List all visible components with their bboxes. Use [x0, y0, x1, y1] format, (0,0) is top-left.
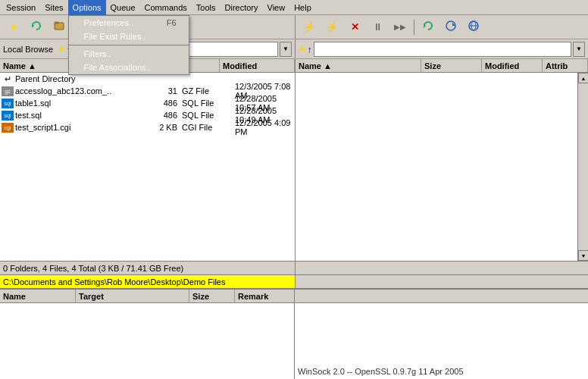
menubar: Session Sites Options Preferences.. F6 F… [0, 0, 588, 15]
queue-right-header [295, 290, 588, 302]
file-size-2: 486 [136, 111, 182, 120]
dropdown-file-associations[interactable]: File Associations.. [69, 61, 189, 74]
right-header-attrib[interactable]: Attrib [543, 59, 588, 72]
dropdown-filters[interactable]: Filters.. [69, 47, 189, 61]
dropdown-separator [69, 45, 189, 45]
right-header-name[interactable]: Name ▲ [296, 59, 421, 72]
queue-col-remark: Remark [235, 290, 271, 302]
left-file-panel: Name ▲ Size Type Modified ↵ Parent Direc… [0, 59, 296, 288]
queue-right-body: WinSock 2.0 -- OpenSSL 0.9.7g 11 Apr 200… [295, 303, 588, 379]
address-right-input[interactable] [314, 42, 572, 57]
x-icon: ✕ [351, 21, 359, 33]
file-size-0: 31 [136, 86, 182, 96]
queue-col-name: Name [0, 290, 76, 302]
parent-dir-name: Parent Directory [15, 74, 136, 83]
sync-icon [422, 20, 434, 34]
quick-connect-btn[interactable]: ⚡ [321, 17, 342, 37]
file-icon-0: gz [2, 86, 14, 96]
dropdown-preferences[interactable]: Preferences.. F6 [69, 16, 189, 30]
file-modified-3: 12/2/2005 4:09 PM [235, 118, 293, 136]
menu-view[interactable]: View [263, 0, 290, 15]
left-file-list: ↵ Parent Directory gz accesslog_abc123.c… [0, 73, 295, 261]
refresh-left-btn[interactable] [26, 17, 47, 37]
pause-btn[interactable]: ⏸ [367, 17, 388, 37]
globe-icon [468, 20, 480, 34]
menu-tools[interactable]: Tools [192, 0, 220, 15]
connect-btn[interactable]: ⚡ [299, 17, 320, 37]
menu-sites[interactable]: Sites [40, 0, 67, 15]
star-left-icon: ★ [58, 44, 65, 54]
globe-btn[interactable] [463, 17, 484, 37]
dropdown-file-exist-rules[interactable]: File Exist Rules.. [69, 30, 189, 43]
right-toolbar: ⚡ ⚡ ✕ ⏸ ▶▶ [296, 15, 588, 39]
queue-left-body [0, 303, 295, 379]
file-name-0: accesslog_abc123.com_.. [15, 86, 136, 96]
file-size-3: 2 KB [136, 123, 182, 132]
browse-icon [53, 20, 65, 34]
file-name-1: table1.sql [15, 99, 136, 108]
queue-left-header: Name Target Size Remark [0, 290, 295, 302]
reload-btn[interactable] [440, 17, 461, 37]
file-size-1: 486 [136, 99, 182, 108]
file-icon-1: sql [2, 99, 14, 108]
local-browse-label: Local Browse [3, 45, 53, 54]
scroll-up-btn[interactable]: ▲ [578, 73, 588, 83]
file-type-0: GZ File [182, 86, 235, 96]
menu-directory[interactable]: Directory [220, 0, 263, 15]
right-header-size[interactable]: Size [421, 59, 482, 72]
left-status: 0 Folders, 4 Files, 4 Total (3 KB / 71.4… [0, 261, 295, 274]
file-type-2: SQL File [182, 111, 235, 120]
arrow-right-icon: ↑ [308, 45, 312, 54]
file-icon-3: cgi [2, 123, 14, 133]
refresh-right-btn[interactable] [418, 17, 439, 37]
address-left-dropdown[interactable]: ▼ [280, 42, 292, 57]
quick-lightning-icon: ⚡ [326, 21, 338, 33]
queue-header-row: Name Target Size Remark [0, 290, 588, 303]
right-path [296, 274, 588, 288]
queue-body: WinSock 2.0 -- OpenSSL 0.9.7g 11 Apr 200… [0, 303, 588, 379]
menu-help[interactable]: Help [289, 0, 316, 15]
lightning-icon: ⚡ [303, 21, 315, 33]
svg-rect-2 [55, 22, 58, 23]
disconnect-btn[interactable]: ✕ [344, 17, 365, 37]
right-file-list [296, 73, 588, 261]
browse-btn[interactable] [48, 17, 70, 37]
reload-icon [445, 20, 457, 34]
queue-section: Name Target Size Remark WinSock 2.0 -- O… [0, 288, 588, 379]
right-status [296, 261, 588, 274]
star-btn[interactable]: ★ [3, 17, 24, 37]
pause-icon: ⏸ [373, 21, 383, 33]
skip-btn[interactable]: ▶▶ [389, 17, 411, 37]
queue-col-size: Size [189, 290, 235, 302]
file-icon-2: sql [2, 111, 14, 121]
queue-col-target: Target [76, 290, 189, 302]
menu-commands[interactable]: Commands [140, 0, 192, 15]
star-icon: ★ [9, 21, 18, 33]
left-header-modified[interactable]: Modified [220, 59, 295, 72]
file-row-3[interactable]: cgi test_script1.cgi 2 KB CGI File 12/2/… [0, 121, 295, 133]
file-name-2: test.sql [15, 111, 136, 120]
skip-icon: ▶▶ [394, 23, 406, 31]
menu-options[interactable]: Options Preferences.. F6 File Exist Rule… [68, 0, 106, 15]
menu-queue[interactable]: Queue [106, 0, 140, 15]
file-type-1: SQL File [182, 99, 235, 108]
options-dropdown: Preferences.. F6 File Exist Rules.. Filt… [68, 15, 189, 75]
left-path: C:\Documents and Settings\Rob Moore\Desk… [0, 274, 295, 288]
file-type-3: CGI File [182, 123, 235, 132]
file-area: Name ▲ Size Type Modified ↵ Parent Direc… [0, 59, 588, 288]
toolbar-sep [414, 20, 414, 35]
right-header-modified[interactable]: Modified [482, 59, 543, 72]
address-right: ★ ↑ ▼ [296, 39, 588, 58]
address-right-dropdown[interactable]: ▼ [573, 42, 585, 57]
parent-dir-icon: ↵ [2, 74, 14, 84]
right-scrollbar[interactable]: ▲ ▼ [577, 73, 588, 261]
star-right-icon: ★ [299, 44, 306, 54]
right-file-header: Name ▲ Size Modified Attrib [296, 59, 588, 73]
refresh-icon [30, 20, 42, 34]
scroll-down-btn[interactable]: ▼ [578, 250, 588, 261]
right-file-panel: Name ▲ Size Modified Attrib ▲ ▼ [296, 59, 588, 288]
file-name-3: test_script1.cgi [15, 123, 136, 132]
menu-session[interactable]: Session [2, 0, 40, 15]
